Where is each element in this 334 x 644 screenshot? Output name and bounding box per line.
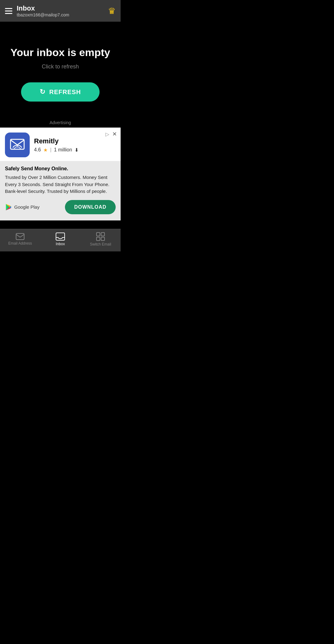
svg-rect-6 bbox=[96, 237, 100, 241]
nav-label-inbox: Inbox bbox=[56, 242, 65, 246]
google-play-badge: Google Play bbox=[5, 203, 40, 211]
ad-app-name: Remitly bbox=[34, 137, 116, 145]
ad-section: Advertising bbox=[0, 120, 121, 220]
ad-app-icon[interactable] bbox=[5, 133, 30, 157]
header-left: Inbox tbazoxm166@mailop7.com bbox=[5, 4, 69, 17]
ad-divider: | bbox=[50, 147, 51, 153]
ad-body: Safely Send Money Online. Trusted by Ove… bbox=[0, 161, 121, 220]
empty-inbox-subtitle: Click to refresh bbox=[42, 63, 79, 70]
ad-rating-row: 4.6 ★ | 1 million ⬇ bbox=[34, 147, 116, 153]
nav-item-email-address[interactable]: Email Address bbox=[0, 233, 40, 246]
ad-label: Advertising bbox=[0, 120, 121, 125]
svg-rect-2 bbox=[16, 233, 24, 240]
download-button-label: DOWNLOAD bbox=[74, 204, 106, 210]
header-title-block: Inbox tbazoxm166@mailop7.com bbox=[17, 4, 69, 17]
refresh-icon: ↻ bbox=[40, 88, 45, 96]
svg-rect-3 bbox=[56, 233, 65, 240]
ad-controls: ▷ ✕ bbox=[105, 131, 117, 137]
nav-label-email-address: Email Address bbox=[8, 241, 32, 246]
crown-icon[interactable]: ♛ bbox=[108, 6, 116, 16]
inbox-icon bbox=[56, 233, 65, 241]
ad-top: Remitly 4.6 ★ | 1 million ⬇ ▷ ✕ bbox=[0, 128, 121, 161]
ad-downloads: 1 million bbox=[54, 147, 72, 153]
download-button[interactable]: DOWNLOAD bbox=[65, 200, 116, 214]
ad-rating-value: 4.6 bbox=[34, 147, 41, 153]
svg-rect-7 bbox=[101, 237, 105, 241]
refresh-button[interactable]: ↻ REFRESH bbox=[21, 82, 100, 102]
switch-email-icon bbox=[96, 232, 105, 241]
google-play-label: Google Play bbox=[14, 204, 40, 210]
ad-body-text: Trusted by Over 2 Million Customers. Mon… bbox=[5, 174, 116, 195]
download-icon: ⬇ bbox=[75, 147, 79, 153]
ad-info: Remitly 4.6 ★ | 1 million ⬇ bbox=[34, 137, 116, 153]
nav-label-switch-email: Switch Email bbox=[90, 242, 111, 246]
svg-rect-5 bbox=[101, 233, 105, 236]
ad-close-icon[interactable]: ✕ bbox=[112, 131, 117, 137]
nav-item-inbox[interactable]: Inbox bbox=[40, 233, 80, 246]
star-icon: ★ bbox=[43, 147, 48, 153]
ad-body-title: Safely Send Money Online. bbox=[5, 166, 116, 172]
svg-rect-4 bbox=[96, 233, 100, 236]
menu-button[interactable] bbox=[5, 8, 12, 14]
header-email: tbazoxm166@mailop7.com bbox=[17, 12, 69, 17]
app-header: Inbox tbazoxm166@mailop7.com ♛ bbox=[0, 0, 121, 22]
main-content: Your inbox is empty Click to refresh ↻ R… bbox=[0, 22, 121, 229]
ad-container: Remitly 4.6 ★ | 1 million ⬇ ▷ ✕ Safely S… bbox=[0, 128, 121, 220]
ad-play-icon[interactable]: ▷ bbox=[105, 131, 109, 137]
bottom-nav: Email Address Inbox Switch Email bbox=[0, 229, 121, 251]
empty-inbox-title: Your inbox is empty bbox=[11, 46, 110, 59]
ad-footer: Google Play DOWNLOAD bbox=[5, 200, 116, 214]
google-play-icon bbox=[5, 203, 12, 211]
remitly-logo-svg bbox=[8, 136, 27, 154]
email-address-icon bbox=[16, 233, 24, 240]
nav-item-switch-email[interactable]: Switch Email bbox=[80, 232, 121, 246]
refresh-button-label: REFRESH bbox=[49, 89, 81, 96]
page-title: Inbox bbox=[17, 4, 69, 12]
